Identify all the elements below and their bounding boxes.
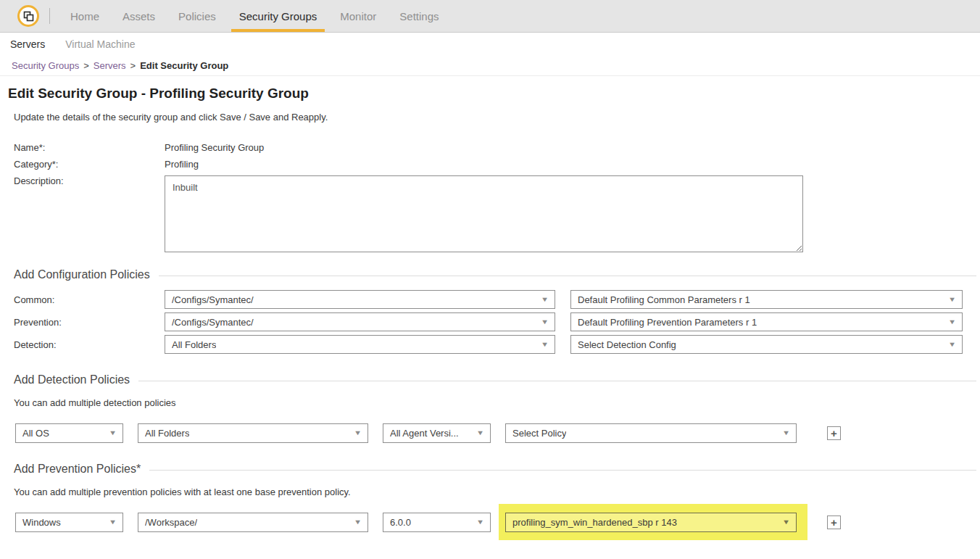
prevention-policies-header: Add Prevention Policies* <box>0 463 980 476</box>
nav-tab-security-groups[interactable]: Security Groups <box>228 0 329 32</box>
chevron-down-icon: ▼ <box>948 297 956 303</box>
common-folder-value: /Configs/Symantec/ <box>172 294 254 305</box>
prevention-policy-select-dropdown[interactable]: profiling_sym_win_hardened_sbp r 143 ▼ <box>505 513 797 532</box>
detection-agent-version-dropdown[interactable]: All Agent Versi... ▼ <box>383 423 491 443</box>
section-divider-line <box>159 276 976 276</box>
configuration-policies-title: Add Configuration Policies <box>14 268 150 281</box>
nav-tab-settings[interactable]: Settings <box>388 0 450 32</box>
prevention-label: Prevention: <box>0 317 165 328</box>
category-value: Profiling <box>165 156 199 173</box>
sub-navigation-bar: Servers Virtual Machine <box>0 33 980 55</box>
nav-tab-home[interactable]: Home <box>59 0 111 32</box>
name-label: Name*: <box>0 139 165 156</box>
prevention-policy-dropdown[interactable]: Default Profiling Prevention Parameters … <box>570 312 963 331</box>
chevron-down-icon: ▼ <box>541 297 549 303</box>
detection-policies-hint: You can add multiple detection policies <box>14 397 980 409</box>
breadcrumb-link-servers[interactable]: Servers <box>94 60 126 71</box>
nav-tab-policies[interactable]: Policies <box>167 0 228 32</box>
prevention-folder-select-dropdown[interactable]: /Workspace/ ▼ <box>138 513 368 532</box>
highlighted-policy-callout: profiling_sym_win_hardened_sbp r 143 ▼ <box>499 504 807 540</box>
breadcrumb-link-security-groups[interactable]: Security Groups <box>12 60 79 71</box>
overlapping-squares-logo-icon <box>23 11 34 22</box>
section-divider-line <box>149 470 976 471</box>
common-policy-value: Default Profiling Common Parameters r 1 <box>578 294 750 305</box>
prevention-agent-version-dropdown[interactable]: 6.0.0 ▼ <box>383 513 491 532</box>
name-value: Profiling Security Group <box>165 139 264 156</box>
chevron-down-icon: ▼ <box>948 341 956 348</box>
page-subtitle: Update the details of the security group… <box>14 112 980 123</box>
prevention-agent-version-value: 6.0.0 <box>390 517 411 528</box>
chevron-down-icon: ▼ <box>354 430 362 436</box>
logo-ring <box>17 5 39 27</box>
add-detection-policy-button[interactable]: + <box>827 426 841 440</box>
detection-label: Detection: <box>0 339 165 350</box>
breadcrumb-separator: > <box>83 60 89 71</box>
detection-policies-header: Add Detection Policies <box>0 373 980 386</box>
breadcrumb-separator: > <box>130 60 136 71</box>
prevention-policy-row: Windows ▼ /Workspace/ ▼ 6.0.0 ▼ profilin… <box>15 513 980 532</box>
common-config-row: Common: /Configs/Symantec/ ▼ Default Pro… <box>0 290 980 309</box>
detection-os-value: All OS <box>22 428 49 439</box>
chevron-down-icon: ▼ <box>541 319 549 326</box>
detection-os-dropdown[interactable]: All OS ▼ <box>15 423 123 443</box>
detection-agent-version-value: All Agent Versi... <box>390 428 459 439</box>
prevention-folder-select-value: /Workspace/ <box>145 517 197 528</box>
chevron-down-icon: ▼ <box>109 430 117 436</box>
detection-policies-section: Add Detection Policies You can add multi… <box>0 373 980 443</box>
prevention-policies-hint: You can add multiple prevention policies… <box>14 486 980 498</box>
prevention-os-dropdown[interactable]: Windows ▼ <box>15 513 123 532</box>
configuration-policies-section: Add Configuration Policies Common: /Conf… <box>0 268 980 354</box>
plus-icon: + <box>831 517 837 528</box>
common-folder-dropdown[interactable]: /Configs/Symantec/ ▼ <box>165 290 555 309</box>
top-navigation-bar: Home Assets Policies Security Groups Mon… <box>0 0 980 33</box>
page-title: Edit Security Group - Profiling Security… <box>8 86 980 102</box>
chevron-down-icon: ▼ <box>782 430 790 436</box>
prevention-config-row: Prevention: /Configs/Symantec/ ▼ Default… <box>0 312 980 331</box>
detection-config-row: Detection: All Folders ▼ Select Detectio… <box>0 335 980 354</box>
breadcrumb: Security Groups > Servers > Edit Securit… <box>0 55 980 76</box>
prevention-folder-value: /Configs/Symantec/ <box>172 317 254 328</box>
breadcrumb-current-page: Edit Security Group <box>140 60 228 71</box>
add-prevention-policy-button[interactable]: + <box>827 515 841 529</box>
detection-config-dropdown[interactable]: Select Detection Config ▼ <box>570 335 963 354</box>
common-policy-dropdown[interactable]: Default Profiling Common Parameters r 1 … <box>570 290 963 309</box>
name-row: Name*: Profiling Security Group <box>0 139 980 156</box>
prevention-folder-dropdown[interactable]: /Configs/Symantec/ ▼ <box>165 312 555 331</box>
detection-policy-row: All OS ▼ All Folders ▼ All Agent Versi..… <box>15 423 980 443</box>
description-textarea[interactable]: Inbuilt <box>165 175 803 252</box>
plus-icon: + <box>831 428 837 439</box>
prevention-policies-section: Add Prevention Policies* You can add mul… <box>0 463 980 532</box>
section-divider-line <box>138 381 976 381</box>
detection-folder-dropdown[interactable]: All Folders ▼ <box>165 335 555 354</box>
chevron-down-icon: ▼ <box>476 519 484 526</box>
app-logo[interactable] <box>17 0 39 32</box>
chevron-down-icon: ▼ <box>109 519 117 526</box>
chevron-down-icon: ▼ <box>541 341 549 348</box>
category-label: Category*: <box>0 156 165 173</box>
chevron-down-icon: ▼ <box>948 319 956 326</box>
detection-config-value: Select Detection Config <box>578 339 676 350</box>
prevention-policy-value: Default Profiling Prevention Parameters … <box>578 317 757 328</box>
detection-policies-title: Add Detection Policies <box>14 373 130 386</box>
nav-tab-assets[interactable]: Assets <box>111 0 167 32</box>
prevention-os-value: Windows <box>22 517 61 528</box>
detection-policy-select-value: Select Policy <box>512 428 566 439</box>
configuration-policies-header: Add Configuration Policies <box>0 268 980 281</box>
nav-divider <box>49 8 50 24</box>
description-row: Description: Inbuilt <box>0 173 980 252</box>
subnav-tab-virtual-machine[interactable]: Virtual Machine <box>55 38 145 50</box>
detection-folder-select-dropdown[interactable]: All Folders ▼ <box>138 423 368 443</box>
common-label: Common: <box>0 294 165 305</box>
security-group-details: Name*: Profiling Security Group Category… <box>0 139 980 252</box>
chevron-down-icon: ▼ <box>354 519 362 526</box>
subnav-tab-servers[interactable]: Servers <box>0 38 55 50</box>
description-label: Description: <box>0 173 165 189</box>
detection-policy-select-dropdown[interactable]: Select Policy ▼ <box>505 423 797 443</box>
nav-tab-monitor[interactable]: Monitor <box>328 0 388 32</box>
category-row: Category*: Profiling <box>0 156 980 173</box>
detection-folder-select-value: All Folders <box>145 428 189 439</box>
chevron-down-icon: ▼ <box>782 519 790 526</box>
prevention-policies-title: Add Prevention Policies* <box>14 463 141 476</box>
chevron-down-icon: ▼ <box>476 430 484 436</box>
detection-folder-value: All Folders <box>172 339 216 350</box>
